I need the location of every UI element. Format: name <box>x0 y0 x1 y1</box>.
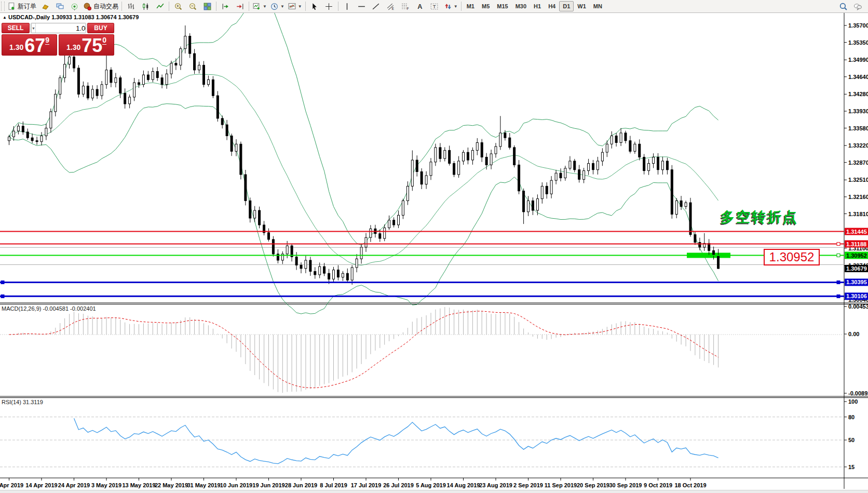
volume-input[interactable] <box>36 23 86 33</box>
tf-m1-button[interactable]: M1 <box>463 1 478 11</box>
ohlc-icon <box>127 2 135 11</box>
market-signal-button[interactable] <box>67 1 82 12</box>
crosshair-icon <box>324 2 333 11</box>
svg-text:1.30952: 1.30952 <box>846 252 867 259</box>
svg-text:-0.008928: -0.008928 <box>848 390 868 396</box>
signal-icon <box>70 2 79 11</box>
macd-pane <box>0 307 844 393</box>
rsi-axis: 100805015 <box>844 398 858 470</box>
svg-text:11 Sep 2019: 11 Sep 2019 <box>545 482 577 488</box>
gold-symbol-button[interactable] <box>38 1 52 12</box>
svg-text:19 Jun 2019: 19 Jun 2019 <box>252 482 284 488</box>
auto-scroll-button[interactable] <box>233 1 247 12</box>
svg-text:4 Apr 2019: 4 Apr 2019 <box>0 482 23 488</box>
zoom-in-button[interactable] <box>171 1 185 12</box>
tile-windows-button[interactable] <box>200 1 214 12</box>
svg-text:100: 100 <box>848 398 858 405</box>
svg-text:3 May 2019: 3 May 2019 <box>91 482 121 488</box>
new-order-button[interactable]: 新订单 <box>6 1 38 12</box>
price-axis: 1.357001.353501.349901.346401.342801.339… <box>844 22 868 303</box>
template-icon <box>288 2 296 11</box>
svg-text:28 Jun 2019: 28 Jun 2019 <box>285 482 317 488</box>
cursor-icon <box>310 2 319 11</box>
tf-m15-button[interactable]: M15 <box>493 1 511 11</box>
text-tool-button[interactable]: A <box>413 1 427 12</box>
svg-text:26 Jul 2019: 26 Jul 2019 <box>383 482 414 488</box>
tf-w1-button[interactable]: W1 <box>574 1 590 11</box>
volume-decrease-button[interactable]: ▼ <box>31 23 36 33</box>
chart-shift-button[interactable] <box>218 1 233 12</box>
buy-price-pip: 0 <box>102 36 106 45</box>
tf-h1-button[interactable]: H1 <box>530 1 545 11</box>
text-label-tool-button[interactable]: T <box>427 1 442 12</box>
svg-text:1.33580: 1.33580 <box>848 125 868 131</box>
cursor-tool-button[interactable] <box>307 1 322 12</box>
svg-text:E: E <box>392 6 394 10</box>
svg-text:T: T <box>433 4 436 9</box>
candlestick-mode-button[interactable] <box>138 1 153 12</box>
pane-frames <box>0 12 868 489</box>
svg-text:1.31810: 1.31810 <box>848 211 868 217</box>
chat-button[interactable] <box>850 1 865 12</box>
collapse-icon[interactable]: ▲ <box>3 15 7 20</box>
horizontal-line-tool-button[interactable] <box>355 1 369 12</box>
zoom-out-button[interactable] <box>185 1 200 12</box>
text-a-icon: A <box>415 2 424 11</box>
chart-template-button[interactable]: ▼ <box>286 1 304 12</box>
buy-button[interactable]: BUY <box>87 23 114 33</box>
bar-chart-mode-button[interactable] <box>124 1 138 12</box>
auto-trading-button[interactable]: 自动交易 <box>82 1 120 12</box>
new-chart-button[interactable]: ▼ <box>251 1 268 12</box>
terminal-windows-button[interactable] <box>52 1 67 12</box>
date-axis: 4 Apr 201914 Apr 201924 Apr 20193 May 20… <box>0 478 707 488</box>
tiles-icon <box>203 2 212 11</box>
vertical-line-tool-button[interactable] <box>340 1 355 12</box>
svg-text:2 Sep 2019: 2 Sep 2019 <box>513 482 543 488</box>
trendline-tool-button[interactable] <box>369 1 384 12</box>
svg-text:18 Oct 2019: 18 Oct 2019 <box>674 482 706 488</box>
bull-bear-turning-point-annotation[interactable]: 多空转折点 <box>721 208 798 226</box>
toolbar-separator <box>338 2 338 11</box>
svg-text:30 Sep 2019: 30 Sep 2019 <box>609 482 642 488</box>
tf-m5-button[interactable]: M5 <box>478 1 493 11</box>
tf-m30-button[interactable]: M30 <box>512 1 530 11</box>
svg-text:1.34990: 1.34990 <box>848 57 868 63</box>
equidistant-channel-tool-button[interactable]: E <box>384 1 398 12</box>
svg-text:1.32870: 1.32870 <box>848 159 868 166</box>
label-t-icon: T <box>430 2 439 11</box>
period-presets-button[interactable]: ▼ <box>268 1 286 12</box>
toolbar-separator <box>461 2 462 11</box>
fibonacci-tool-button[interactable]: F <box>398 1 413 12</box>
zoom-out-icon <box>188 2 197 11</box>
sell-price-main: 67 <box>24 38 45 54</box>
tf-mn-button[interactable]: MN <box>590 1 606 11</box>
toolbar-separator <box>216 2 216 11</box>
line-chart-mode-button[interactable] <box>153 1 167 12</box>
sell-price-button[interactable]: 1.30 67 9 <box>2 34 57 56</box>
price-callout-label[interactable]: 1.30952 <box>764 249 820 265</box>
svg-text:1.33220: 1.33220 <box>848 142 868 149</box>
svg-text:1.34280: 1.34280 <box>848 91 868 97</box>
new-chart-icon <box>252 2 261 11</box>
svg-text:5 Aug 2019: 5 Aug 2019 <box>416 482 446 488</box>
sell-button[interactable]: SELL <box>2 23 30 33</box>
symbol-period-label: USDCAD-,Daily <box>8 14 50 20</box>
tf-h4-button[interactable]: H4 <box>545 1 559 11</box>
svg-text:10 Jun 2019: 10 Jun 2019 <box>220 482 252 488</box>
zoom-in-icon <box>174 2 183 11</box>
chart-canvas[interactable]: 1.357001.353501.349901.346401.342801.339… <box>0 0 868 493</box>
toolbar-separator <box>305 2 306 11</box>
buy-price-button[interactable]: 1.30 75 0 <box>59 34 114 56</box>
clock-icon <box>270 2 279 11</box>
toolbar-separator <box>169 2 169 11</box>
crosshair-tool-button[interactable] <box>322 1 336 12</box>
arrows-tool-button[interactable]: ▼ <box>442 1 459 12</box>
svg-text:1.31188: 1.31188 <box>846 241 866 247</box>
svg-text:31 May 2019: 31 May 2019 <box>187 482 220 488</box>
svg-text:1.30395: 1.30395 <box>846 279 867 285</box>
svg-text:23 Aug 2019: 23 Aug 2019 <box>479 482 512 488</box>
mt4-window: 新订单自动交易▼▼▼EFAT▼M1M5M15M30H1H4D1W1MN 1.35… <box>0 0 868 493</box>
svg-text:1.34640: 1.34640 <box>848 74 868 80</box>
tf-d1-button[interactable]: D1 <box>559 1 574 11</box>
search-button[interactable] <box>836 1 850 12</box>
